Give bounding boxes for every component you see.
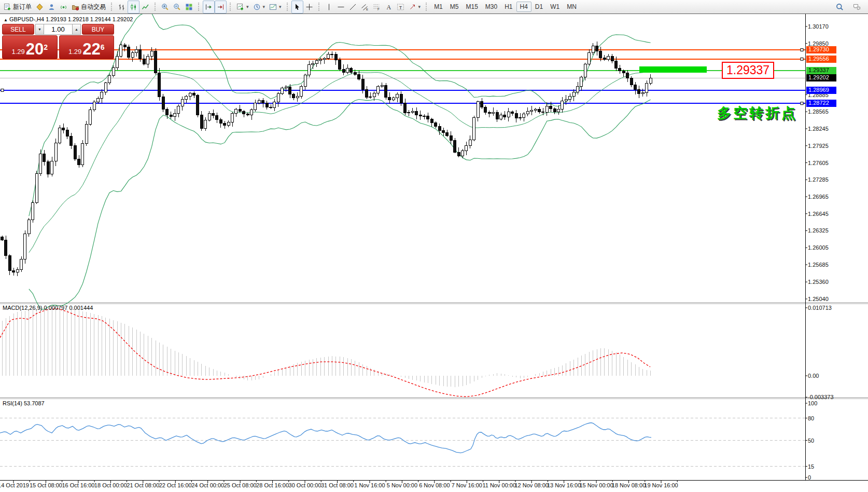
rsi-axis-tick: 100 bbox=[808, 400, 817, 406]
timeframe-h4[interactable]: H4 bbox=[516, 2, 531, 12]
macd-indicator-label: MACD(12,26,9) 0.000797 0.001444 bbox=[3, 305, 93, 311]
price-axis-tick: 1.28565 bbox=[808, 108, 829, 115]
sell-price[interactable]: 1.29 20 2 bbox=[2, 35, 58, 59]
fibonacci-button[interactable]: F bbox=[371, 1, 383, 13]
periods-button[interactable]: ▾ bbox=[251, 1, 268, 13]
text-label-button[interactable]: T bbox=[395, 1, 407, 13]
timeframe-m30[interactable]: M30 bbox=[482, 2, 501, 12]
toolbar-right bbox=[834, 1, 868, 13]
trend-line-button[interactable] bbox=[347, 1, 359, 13]
dropdown-caret-icon[interactable]: ▾ bbox=[418, 4, 421, 9]
buy-button[interactable]: BUY bbox=[82, 24, 114, 35]
price-callout-label[interactable]: 1.29337 bbox=[722, 62, 774, 79]
rsi-axis-tick: 0 bbox=[808, 474, 811, 481]
price-line-badge: 1.28722 bbox=[806, 100, 836, 107]
chart-shift-button[interactable] bbox=[215, 1, 227, 13]
time-axis-tick: 30 Oct 00:00 bbox=[289, 482, 321, 488]
collapse-panel-icon[interactable]: ▲ bbox=[4, 18, 8, 22]
chart-title-text: GBPUSD-,H4 1.29193 1.29218 1.29144 1.292… bbox=[9, 16, 133, 22]
autotrading-button[interactable]: 自动交易 bbox=[69, 1, 108, 13]
timeframe-h1[interactable]: H1 bbox=[501, 2, 516, 12]
macd-axis-tick: 0.010713 bbox=[808, 305, 832, 311]
market-signal-button[interactable] bbox=[58, 1, 69, 13]
price-axis-tick: 1.30170 bbox=[808, 23, 829, 30]
price-axis-tick: 1.26965 bbox=[808, 194, 829, 200]
timeframe-d1[interactable]: D1 bbox=[531, 2, 547, 12]
chart-title: ▲GBPUSD-,H4 1.29193 1.29218 1.29144 1.29… bbox=[4, 16, 133, 22]
chat-button[interactable] bbox=[851, 1, 863, 13]
sell-price-prefix: 1.29 bbox=[11, 47, 24, 57]
price-axis-tick: 1.29850 bbox=[808, 40, 829, 47]
vertical-line-button[interactable] bbox=[323, 1, 335, 13]
dropdown-caret-icon[interactable]: ▾ bbox=[263, 4, 265, 9]
price-line-badge: 1.29556 bbox=[806, 56, 836, 63]
auto-scroll-icon bbox=[205, 3, 213, 11]
new-order-icon bbox=[4, 3, 11, 11]
line-chart-button[interactable] bbox=[139, 1, 151, 13]
vertical-line-icon bbox=[325, 3, 333, 11]
price-axis-tick: 1.25040 bbox=[808, 296, 829, 302]
toolbar-group bbox=[153, 1, 197, 13]
buy-price-main: 22 bbox=[82, 41, 100, 57]
price-axis-tick: 1.25360 bbox=[808, 279, 829, 285]
equidistant-channel-button[interactable]: E bbox=[359, 1, 371, 13]
timeframe-m15[interactable]: M15 bbox=[462, 2, 481, 12]
search-button[interactable] bbox=[834, 1, 846, 13]
zoom-in-button[interactable] bbox=[159, 1, 171, 13]
bar-chart-button[interactable] bbox=[116, 1, 128, 13]
green-highlight-rectangle[interactable] bbox=[639, 66, 707, 73]
volume-increase-button[interactable]: ▲ bbox=[72, 24, 81, 35]
macd-axis-tick: 0.00 bbox=[808, 373, 819, 379]
mt4-window: 新订单自动交易▾▾▾EFAT▾M1M5M15M30H1H4D1W1MN ▲GBP… bbox=[0, 0, 868, 492]
new-order-button[interactable]: 新订单 bbox=[2, 1, 34, 13]
timeframe-mn[interactable]: MN bbox=[563, 2, 580, 12]
dropdown-caret-icon[interactable]: ▾ bbox=[246, 4, 249, 9]
auto-scroll-button[interactable] bbox=[203, 1, 215, 13]
timeframe-m1[interactable]: M1 bbox=[430, 2, 446, 12]
price-axis-tick: 1.26005 bbox=[808, 244, 829, 251]
tile-windows-button[interactable] bbox=[183, 1, 195, 13]
toolbar-group bbox=[197, 1, 228, 13]
templates-button[interactable]: ▾ bbox=[267, 1, 284, 13]
dropdown-caret-icon[interactable]: ▾ bbox=[279, 4, 282, 9]
timeframe-group: M1M5M15M30H1H4D1W1MN bbox=[424, 1, 582, 13]
buy-price-pip: 6 bbox=[101, 44, 105, 51]
volume-value[interactable]: 1.00 bbox=[44, 24, 72, 35]
time-axis-tick: 28 Oct 16:00 bbox=[256, 482, 289, 488]
text-button[interactable]: A bbox=[383, 1, 395, 13]
crosshair-button[interactable] bbox=[303, 1, 315, 13]
time-axis-tick: 1 Nov 16:00 bbox=[354, 482, 385, 488]
time-axis-tick: 7 Nov 16:00 bbox=[452, 482, 482, 488]
timeframe-w1[interactable]: W1 bbox=[547, 2, 563, 12]
autotrading-label: 自动交易 bbox=[81, 3, 106, 11]
indicators-icon bbox=[236, 3, 244, 11]
time-axis-tick: 21 Oct 08:00 bbox=[127, 482, 159, 488]
zoom-out-button[interactable] bbox=[171, 1, 183, 13]
time-axis-tick: 12 Nov 08:00 bbox=[514, 482, 548, 488]
profiles-button[interactable] bbox=[46, 1, 58, 13]
zoom-in-icon bbox=[161, 3, 169, 11]
chart-wizard-button[interactable] bbox=[34, 1, 46, 13]
rsi-axis-tick: 15 bbox=[808, 463, 814, 470]
time-axis-tick: 13 Nov 16:00 bbox=[547, 482, 581, 488]
volume-decrease-button[interactable]: ▼ bbox=[35, 24, 44, 35]
sell-button[interactable]: SELL bbox=[2, 24, 34, 35]
indicators-button[interactable]: ▾ bbox=[234, 1, 251, 13]
timeframe-m5[interactable]: M5 bbox=[446, 2, 463, 12]
cursor-button[interactable] bbox=[291, 1, 303, 13]
toolbar-group bbox=[285, 1, 317, 13]
sell-price-pip: 2 bbox=[44, 44, 48, 51]
candlestick-chart-button[interactable] bbox=[128, 1, 139, 13]
arrows-button[interactable]: ▾ bbox=[407, 1, 423, 13]
buy-price[interactable]: 1.29 22 6 bbox=[59, 35, 115, 59]
time-axis-tick: 24 Oct 00:00 bbox=[191, 482, 224, 488]
rsi-indicator-label: RSI(14) 53.7087 bbox=[3, 400, 45, 406]
turning-point-note[interactable]: 多空转折点 bbox=[717, 104, 797, 122]
toolbar-group: EFAT▾ bbox=[317, 1, 425, 13]
zoom-out-icon bbox=[173, 3, 181, 11]
svg-text:F: F bbox=[377, 7, 380, 11]
horizontal-line-button[interactable] bbox=[335, 1, 347, 13]
macd-axis-tick: -0.003373 bbox=[808, 394, 834, 400]
new-order-label: 新订单 bbox=[13, 3, 32, 11]
bar-chart-icon bbox=[118, 3, 125, 11]
